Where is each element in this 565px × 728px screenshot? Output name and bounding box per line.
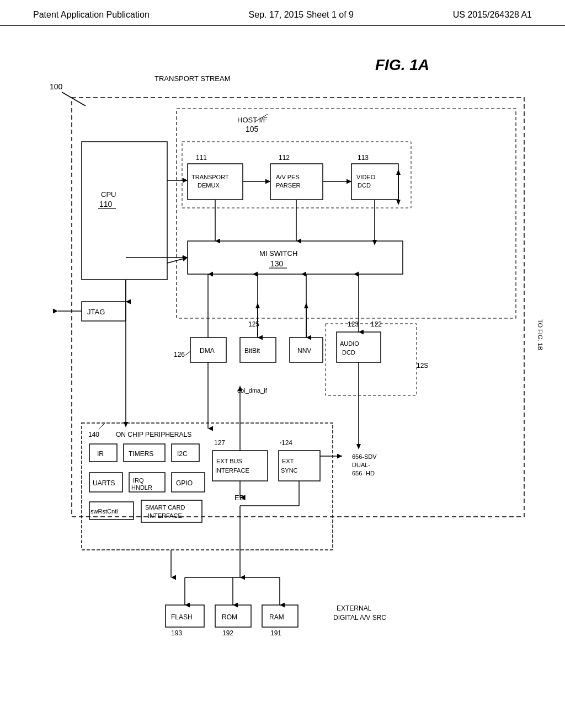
smart-card-label1: SMART CARD [145,504,185,511]
smart-card-label2: INTERFACE [148,512,182,519]
ext-bus-num: 127 [214,439,225,447]
svg-line-9 [167,258,188,263]
header-left: Patent Application Publication [33,10,150,20]
svg-line-0 [62,92,86,106]
swrstcntl-label: swRstCntl [90,508,118,515]
dma-label: DMA [200,347,215,355]
ir-label: IR [97,450,104,458]
cpu-box [82,142,167,280]
ext-digital-label2: DIGITAL A/V SRC [333,614,386,622]
irq-label1: IRQ [133,477,144,484]
timers-label: TIMERS [129,450,153,458]
mi-switch-label: MI SWITCH [259,249,297,258]
ext-sync-bracket: ⌐ [280,439,284,445]
host-if-box [177,109,516,318]
svg-marker-34 [372,240,377,245]
ext-digital-label1: EXTERNAL [337,604,372,612]
patent-header: Patent Application Publication Sep. 17, … [0,0,565,26]
diagram-area: FIG. 1A 100 TRANSPORT STREAM TO FIG. 1B … [0,26,565,704]
ext-sync-label1: EXT [282,458,294,464]
sdv-label3: 656- HD [352,470,375,477]
right-dashed-box [326,324,417,395]
bitbit-label: BitBit [244,347,260,355]
ram-label: RAM [269,613,284,621]
i2s-label: 12S [417,362,428,370]
on-chip-num: 140 [88,431,99,438]
i2c-label: I2C [177,450,188,458]
sdv-label2: DUAL- [352,462,370,468]
smart-card-box [141,500,202,522]
svg-marker-40 [255,303,260,308]
av-pes-label1: A/V PES [276,174,300,180]
transport-demux-label2: DEMUX [198,182,220,189]
svg-line-5 [185,351,190,355]
on-chip-label: ON CHIP PERIPHERALS [116,431,191,438]
rom-num: 192 [222,629,233,637]
video-dcd-num: 113 [358,154,369,162]
flash-label: FLASH [171,613,193,621]
cpu-num: 110 [99,200,113,208]
gpio-label: GPIO [176,479,193,487]
to-fig-1b: TO FIG. 1B [537,319,543,350]
svg-marker-14 [396,169,401,175]
header-center: Sep. 17, 2015 Sheet 1 of 9 [249,10,354,20]
video-dcd-label1: VIDEO [356,174,376,180]
sdv-label1: 656-SDV [352,453,377,460]
rom-label: ROM [222,613,237,621]
svg-marker-42 [304,303,308,308]
svg-marker-31 [124,422,128,427]
av-pes-num: 112 [279,154,290,162]
video-dcd-label2: DCD [358,182,371,189]
audio-dcd-box [337,332,381,362]
cpu-label: CPU [101,190,116,199]
ext-sync-label2: SYNC [281,467,298,474]
jtag-label: JTAG [87,308,105,316]
transport-demux-num: 111 [196,154,207,162]
svg-line-17 [99,423,105,429]
num-100: 100 [50,82,63,91]
dma-ref: 126 [174,351,185,358]
av-pes-label2: PARSER [276,182,300,189]
header-right: US 2015/264328 A1 [453,10,532,20]
fig-label: FIG. 1A [375,56,429,73]
svg-marker-38 [356,444,361,449]
svg-marker-15 [396,200,401,205]
mi-switch-box [188,241,403,274]
ext-bus-box [212,451,268,481]
ext-bus-label2: INTERFACE [215,467,249,474]
audio-dcd-label2: DCD [342,349,355,356]
transport-demux-label1: TRANSPORT [191,174,229,180]
audio-dcd-label1: AUDIO [340,340,359,347]
irq-label2: HNDLR [131,484,152,491]
audio-dcd-num-122: 122 [371,320,382,328]
mi-switch-num: 130 [270,259,284,268]
ext-bus-label1: EXT BUS [216,458,242,464]
ext-sync-box [279,451,320,481]
on-chip-box [82,423,333,550]
host-if-num: 105 [246,125,259,133]
ram-num: 191 [270,629,281,637]
uarts-label: UARTS [93,479,115,487]
page: Patent Application Publication Sep. 17, … [0,0,565,728]
nnv-label: NNV [297,347,311,355]
transport-stream-label: TRANSPORT STREAM [154,74,230,83]
audio-dcd-num-123: 123 [348,320,359,328]
flash-num: 193 [171,629,182,637]
